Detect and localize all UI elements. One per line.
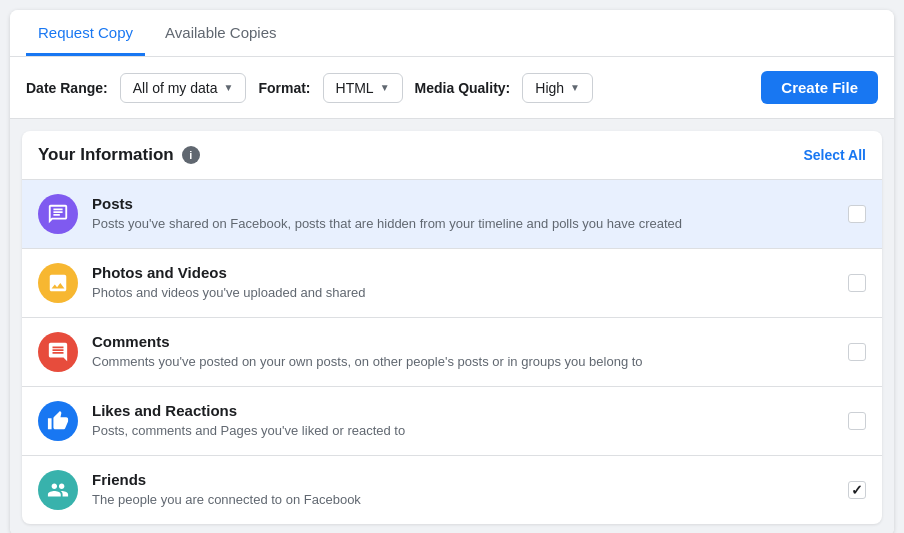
list-item: Photos and Videos Photos and videos you'… <box>22 248 882 317</box>
photos-desc: Photos and videos you've uploaded and sh… <box>92 284 834 302</box>
photos-title: Photos and Videos <box>92 264 834 281</box>
section-card: Your Information i Select All Posts Post… <box>22 131 882 524</box>
list-item: Posts Posts you've shared on Facebook, p… <box>22 179 882 248</box>
tab-available-copies[interactable]: Available Copies <box>153 10 288 56</box>
likes-checkbox[interactable] <box>848 412 866 430</box>
posts-title: Posts <box>92 195 834 212</box>
main-container: Request Copy Available Copies Date Range… <box>10 10 894 533</box>
comments-desc: Comments you've posted on your own posts… <box>92 353 834 371</box>
toolbar: Date Range: All of my data ▼ Format: HTM… <box>10 57 894 119</box>
list-item: Friends The people you are connected to … <box>22 455 882 524</box>
date-range-dropdown[interactable]: All of my data ▼ <box>120 73 247 103</box>
media-quality-value: High <box>535 80 564 96</box>
friends-checkbox[interactable]: ✓ <box>848 481 866 499</box>
media-quality-chevron-icon: ▼ <box>570 82 580 93</box>
date-range-label: Date Range: <box>26 80 108 96</box>
comments-text: Comments Comments you've posted on your … <box>92 333 834 371</box>
posts-text: Posts Posts you've shared on Facebook, p… <box>92 195 834 233</box>
list-item: Comments Comments you've posted on your … <box>22 317 882 386</box>
posts-icon <box>38 194 78 234</box>
comments-title: Comments <box>92 333 834 350</box>
section-header: Your Information i Select All <box>22 131 882 179</box>
friends-desc: The people you are connected to on Faceb… <box>92 491 834 509</box>
format-dropdown[interactable]: HTML ▼ <box>323 73 403 103</box>
comments-icon <box>38 332 78 372</box>
likes-desc: Posts, comments and Pages you've liked o… <box>92 422 834 440</box>
photos-checkbox[interactable] <box>848 274 866 292</box>
tab-request-copy[interactable]: Request Copy <box>26 10 145 56</box>
info-icon[interactable]: i <box>182 146 200 164</box>
likes-text: Likes and Reactions Posts, comments and … <box>92 402 834 440</box>
friends-title: Friends <box>92 471 834 488</box>
date-range-value: All of my data <box>133 80 218 96</box>
format-chevron-icon: ▼ <box>380 82 390 93</box>
media-quality-label: Media Quality: <box>415 80 511 96</box>
friends-icon <box>38 470 78 510</box>
content-area: Your Information i Select All Posts Post… <box>10 119 894 533</box>
photos-text: Photos and Videos Photos and videos you'… <box>92 264 834 302</box>
create-file-button[interactable]: Create File <box>761 71 878 104</box>
select-all-link[interactable]: Select All <box>803 147 866 163</box>
format-label: Format: <box>258 80 310 96</box>
checkmark-icon: ✓ <box>851 482 863 498</box>
section-title: Your Information <box>38 145 174 165</box>
likes-icon <box>38 401 78 441</box>
section-title-wrap: Your Information i <box>38 145 200 165</box>
format-value: HTML <box>336 80 374 96</box>
date-range-chevron-icon: ▼ <box>224 82 234 93</box>
list-item: Likes and Reactions Posts, comments and … <box>22 386 882 455</box>
likes-title: Likes and Reactions <box>92 402 834 419</box>
media-quality-dropdown[interactable]: High ▼ <box>522 73 593 103</box>
posts-desc: Posts you've shared on Facebook, posts t… <box>92 215 834 233</box>
photos-icon <box>38 263 78 303</box>
comments-checkbox[interactable] <box>848 343 866 361</box>
friends-text: Friends The people you are connected to … <box>92 471 834 509</box>
posts-checkbox[interactable] <box>848 205 866 223</box>
tabs-bar: Request Copy Available Copies <box>10 10 894 57</box>
